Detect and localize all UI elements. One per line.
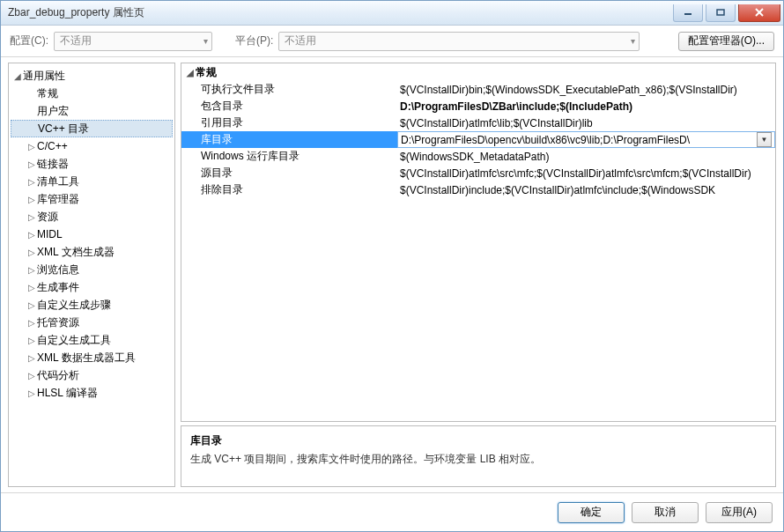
- grid-row-label: 源目录: [181, 166, 397, 181]
- grid-row[interactable]: 库目录D:\ProgramFilesD\opencv\build\x86\vc9…: [181, 131, 775, 148]
- platform-combo[interactable]: 不适用 ▾: [278, 32, 640, 51]
- tree-item[interactable]: ▷库管理器: [11, 190, 173, 208]
- tree-item[interactable]: ▷C/C++: [11, 137, 173, 155]
- grid-row[interactable]: 引用目录$(VCInstallDir)atlmfc\lib;$(VCInstal…: [181, 115, 775, 131]
- grid-row-value[interactable]: $(VCInstallDir)atlmfc\src\mfc;$(VCInstal…: [397, 167, 775, 180]
- tree-item-label: 代码分析: [37, 368, 79, 383]
- tree-item-label: VC++ 目录: [38, 122, 89, 137]
- tree-item[interactable]: ▷自定义生成工具: [11, 331, 173, 349]
- close-icon: [754, 8, 765, 17]
- description-panel: 库目录 生成 VC++ 项目期间，搜索库文件时使用的路径。与环境变量 LIB 相…: [181, 425, 776, 487]
- tree-item-label: C/C++: [37, 140, 68, 152]
- tree-item[interactable]: ▷清单工具: [11, 173, 173, 190]
- grid-section-header[interactable]: ◢ 常规: [181, 63, 775, 81]
- tree-item[interactable]: ▷代码分析: [11, 366, 173, 384]
- apply-button[interactable]: 应用(A): [706, 502, 773, 523]
- tree-item[interactable]: VC++ 目录: [11, 120, 173, 137]
- tree-item-label: 资源: [37, 210, 58, 225]
- tree-item[interactable]: ▷生成事件: [11, 278, 173, 296]
- grid-row[interactable]: 排除目录$(VCInstallDir)include;$(VCInstallDi…: [181, 181, 775, 198]
- tree-item[interactable]: 用户宏: [11, 102, 173, 120]
- grid-row-label: 库目录: [181, 132, 397, 147]
- expander-closed-icon[interactable]: ▷: [26, 248, 37, 257]
- tree-item[interactable]: ▷MIDL: [11, 225, 173, 243]
- grid-section-label: 常规: [196, 65, 217, 80]
- window-title: Zbar_debug_property 属性页: [8, 5, 673, 20]
- expander-closed-icon[interactable]: ▷: [26, 353, 37, 363]
- category-tree[interactable]: ◢ 通用属性 常规用户宏VC++ 目录▷C/C++▷链接器▷清单工具▷库管理器▷…: [8, 63, 175, 487]
- tree-item[interactable]: ▷浏览信息: [11, 261, 173, 278]
- grid-row-value[interactable]: $(VCInstallDir)atlmfc\lib;$(VCInstallDir…: [397, 117, 775, 129]
- expander-closed-icon[interactable]: ▷: [26, 336, 37, 345]
- svg-rect-1: [717, 10, 724, 15]
- expander-closed-icon[interactable]: ▷: [26, 265, 37, 275]
- cancel-button[interactable]: 取消: [632, 502, 699, 523]
- grid-row-label: 包含目录: [181, 99, 397, 114]
- expander-closed-icon[interactable]: ▷: [26, 388, 37, 398]
- tree-item[interactable]: ▷链接器: [11, 155, 173, 173]
- expander-closed-icon[interactable]: ▷: [26, 371, 37, 381]
- expander-open-icon[interactable]: ◢: [12, 71, 23, 81]
- tree-item[interactable]: 常规: [11, 85, 173, 102]
- expander-closed-icon[interactable]: ▷: [26, 177, 37, 187]
- tree-item[interactable]: ▷HLSL 编译器: [11, 384, 173, 402]
- config-bar: 配置(C): 不适用 ▾ 平台(P): 不适用 ▾ 配置管理器(O)...: [1, 26, 783, 57]
- expander-open-icon[interactable]: ◢: [185, 68, 196, 78]
- expander-closed-icon[interactable]: ▷: [26, 318, 37, 328]
- configuration-manager-button[interactable]: 配置管理器(O)...: [678, 32, 774, 51]
- dropdown-button[interactable]: ▼: [757, 132, 772, 147]
- maximize-icon: [716, 9, 725, 16]
- expander-closed-icon[interactable]: ▷: [26, 300, 37, 310]
- grid-row-value[interactable]: $(VCInstallDir)include;$(VCInstallDir)at…: [397, 184, 775, 196]
- minimize-button[interactable]: [673, 4, 703, 22]
- expander-closed-icon[interactable]: ▷: [26, 212, 37, 222]
- close-button[interactable]: [738, 4, 780, 22]
- tree-item-label: XML 数据生成器工具: [37, 351, 136, 366]
- tree-root[interactable]: ◢ 通用属性: [11, 67, 173, 85]
- grid-row[interactable]: 可执行文件目录$(VCInstallDir)bin;$(WindowsSDK_E…: [181, 81, 775, 98]
- chevron-down-icon: ▼: [761, 136, 768, 144]
- grid-row[interactable]: 源目录$(VCInstallDir)atlmfc\src\mfc;$(VCIns…: [181, 165, 775, 181]
- expander-closed-icon[interactable]: ▷: [26, 230, 37, 240]
- tree-item[interactable]: ▷XML 文档生成器: [11, 243, 173, 261]
- platform-value: 不适用: [285, 33, 316, 48]
- expander-closed-icon[interactable]: ▷: [26, 283, 37, 292]
- configuration-combo[interactable]: 不适用 ▾: [54, 32, 212, 51]
- grid-row[interactable]: 包含目录D:\ProgramFilesD\ZBar\include;$(Incl…: [181, 98, 775, 115]
- tree-item[interactable]: ▷自定义生成步骤: [11, 296, 173, 314]
- grid-row-label: 排除目录: [181, 182, 397, 197]
- platform-label: 平台(P):: [235, 33, 273, 48]
- tree-item[interactable]: ▷XML 数据生成器工具: [11, 349, 173, 366]
- tree-item-label: 链接器: [37, 157, 69, 172]
- chevron-down-icon: ▾: [203, 36, 208, 46]
- grid-row-label: Windows 运行库目录: [181, 149, 397, 164]
- tree-item[interactable]: ▷资源: [11, 208, 173, 225]
- tree-item-label: 库管理器: [37, 192, 79, 207]
- grid-row-value[interactable]: $(VCInstallDir)bin;$(WindowsSDK_Executab…: [397, 84, 775, 96]
- grid-row-value[interactable]: D:\ProgramFilesD\opencv\build\x86\vc9\li…: [397, 131, 775, 148]
- tree-item[interactable]: ▷托管资源: [11, 314, 173, 331]
- chevron-down-icon: ▾: [631, 36, 635, 46]
- titlebar[interactable]: Zbar_debug_property 属性页: [1, 1, 783, 26]
- grid-row-value[interactable]: D:\ProgramFilesD\ZBar\include;$(IncludeP…: [397, 100, 775, 113]
- tree-item-label: 托管资源: [37, 315, 79, 330]
- expander-closed-icon[interactable]: ▷: [26, 142, 37, 151]
- grid-row-label: 可执行文件目录: [181, 82, 397, 97]
- description-title: 库目录: [190, 433, 766, 448]
- grid-row[interactable]: Windows 运行库目录$(WindowsSDK_MetadataPath): [181, 148, 775, 165]
- expander-closed-icon[interactable]: ▷: [26, 195, 37, 204]
- grid-row-value[interactable]: $(WindowsSDK_MetadataPath): [397, 151, 775, 163]
- tree-item-label: 用户宏: [37, 104, 69, 119]
- property-grid[interactable]: ◢ 常规 可执行文件目录$(VCInstallDir)bin;$(Windows…: [181, 63, 776, 422]
- body: ◢ 通用属性 常规用户宏VC++ 目录▷C/C++▷链接器▷清单工具▷库管理器▷…: [1, 57, 783, 492]
- tree-item-label: 浏览信息: [37, 262, 79, 277]
- property-page-window: Zbar_debug_property 属性页 配置(C): 不适用 ▾ 平台(…: [0, 0, 784, 532]
- expander-closed-icon[interactable]: ▷: [26, 159, 37, 169]
- tree-item-label: 自定义生成工具: [37, 333, 111, 348]
- maximize-button[interactable]: [706, 4, 736, 22]
- configuration-label: 配置(C):: [10, 33, 48, 48]
- tree-item-label: 清单工具: [37, 174, 79, 189]
- tree-item-label: 常规: [37, 86, 58, 101]
- minimize-icon: [684, 9, 692, 16]
- ok-button[interactable]: 确定: [558, 502, 625, 523]
